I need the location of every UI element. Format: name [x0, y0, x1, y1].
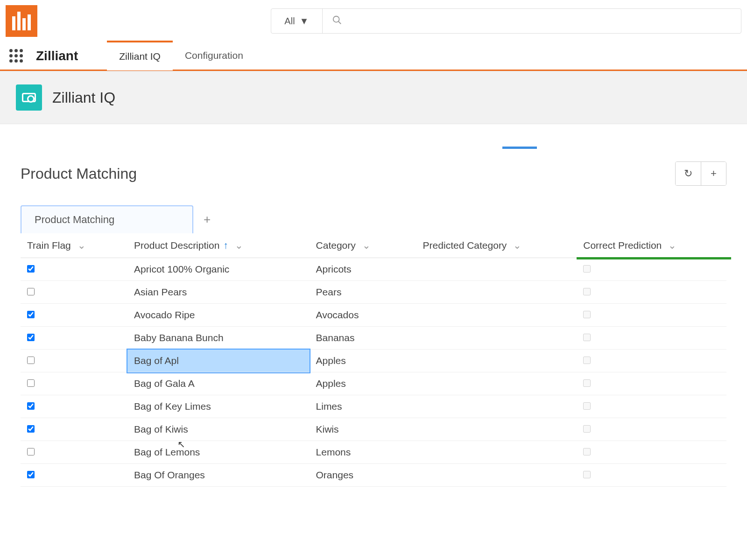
svg-point-0 [333, 16, 339, 22]
column-train_flag[interactable]: Train Flag⌄ [21, 233, 127, 258]
data-table: Train Flag⌄Product Description↑⌄Category… [21, 233, 726, 487]
refresh-button[interactable]: ↻ [676, 162, 701, 185]
subtab-label: Product Matching [35, 214, 114, 225]
predicted-category-cell[interactable] [416, 281, 577, 304]
table-row[interactable]: Bag of LemonsLemons [21, 441, 726, 464]
table-row[interactable]: Bag of Gala AApples [21, 372, 726, 395]
predicted-category-cell[interactable] [416, 304, 577, 327]
correct-prediction-checkbox[interactable] [583, 425, 591, 433]
train-flag-checkbox[interactable] [27, 334, 35, 341]
svg-line-1 [338, 21, 341, 24]
brand-label: Zilliant [36, 49, 78, 63]
global-search: All ▼ [271, 8, 741, 34]
search-scope-label: All [284, 16, 295, 27]
predicted-category-cell[interactable] [416, 418, 577, 441]
column-label: Category [316, 240, 356, 251]
train-flag-checkbox[interactable] [27, 379, 35, 387]
category-cell[interactable]: Apricots [310, 258, 416, 281]
predicted-category-cell[interactable] [416, 350, 577, 372]
app-launcher-icon[interactable] [9, 49, 23, 63]
predicted-category-cell[interactable] [416, 372, 577, 395]
page-title: Zilliant IQ [52, 89, 115, 106]
train-flag-checkbox[interactable] [27, 265, 35, 273]
product-description-cell[interactable]: Bag of Lemons [127, 441, 309, 464]
correct-prediction-checkbox[interactable] [583, 448, 591, 455]
sort-asc-icon: ↑ [223, 240, 228, 251]
table-row[interactable]: Asian PearsPears [21, 281, 726, 304]
column-label: Correct Prediction [583, 240, 662, 251]
table-row[interactable]: Avocado RipeAvocados [21, 304, 726, 327]
add-button[interactable]: + [701, 162, 726, 185]
product-description-cell[interactable]: Bag Of Oranges [127, 464, 309, 487]
category-cell[interactable]: Lemons [310, 441, 416, 464]
correct-prediction-checkbox[interactable] [583, 311, 591, 318]
product-description-cell[interactable]: Asian Pears [127, 281, 309, 304]
correct-prediction-checkbox[interactable] [583, 379, 591, 387]
category-cell[interactable]: Avocados [310, 304, 416, 327]
chevron-down-icon: ▼ [300, 16, 309, 27]
table-row[interactable]: Bag of AplApples [21, 350, 726, 372]
table-row[interactable]: Bag of Key LimesLimes [21, 395, 726, 418]
tab-configuration[interactable]: Configuration [173, 42, 255, 70]
correct-prediction-checkbox[interactable] [583, 357, 591, 364]
category-cell[interactable]: Apples [310, 350, 416, 372]
product-description-cell[interactable]: Baby Banana Bunch [127, 327, 309, 350]
search-icon [332, 15, 342, 27]
category-cell[interactable]: Bananas [310, 327, 416, 350]
tab-indicator [502, 147, 537, 149]
train-flag-checkbox[interactable] [27, 357, 35, 364]
module-icon [16, 84, 42, 111]
column-predicted[interactable]: Predicted Category⌄ [416, 233, 577, 258]
table-row[interactable]: Bag of KiwisKiwis [21, 418, 726, 441]
chevron-down-icon: ⌄ [668, 240, 677, 251]
section-title: Product Matching [21, 165, 137, 182]
add-subtab-button[interactable]: + [199, 212, 215, 227]
category-cell[interactable]: Limes [310, 395, 416, 418]
category-cell[interactable]: Pears [310, 281, 416, 304]
column-label: Predicted Category [423, 240, 507, 251]
train-flag-checkbox[interactable] [27, 288, 35, 295]
product-description-cell[interactable]: Bag of Apl [127, 350, 309, 372]
column-correct[interactable]: Correct Prediction⌄ [577, 233, 726, 258]
train-flag-checkbox[interactable] [27, 471, 35, 478]
train-flag-checkbox[interactable] [27, 425, 35, 433]
table-row[interactable]: Bag Of OrangesOranges [21, 464, 726, 487]
predicted-category-cell[interactable] [416, 395, 577, 418]
refresh-icon: ↻ [684, 168, 692, 180]
predicted-category-cell[interactable] [416, 441, 577, 464]
column-description[interactable]: Product Description↑⌄ [127, 233, 309, 258]
correct-prediction-checkbox[interactable] [583, 288, 591, 295]
product-description-cell[interactable]: Avocado Ripe [127, 304, 309, 327]
chevron-down-icon: ⌄ [78, 240, 86, 251]
logo[interactable] [6, 5, 37, 37]
search-input-wrapper[interactable] [323, 9, 741, 33]
tab-zilliant-iq[interactable]: Zilliant IQ [107, 41, 173, 70]
chevron-down-icon: ⌄ [513, 240, 521, 251]
search-scope-dropdown[interactable]: All ▼ [271, 9, 323, 33]
chevron-down-icon: ⌄ [235, 240, 243, 251]
correct-prediction-checkbox[interactable] [583, 471, 591, 478]
category-cell[interactable]: Kiwis [310, 418, 416, 441]
predicted-category-cell[interactable] [416, 464, 577, 487]
table-row[interactable]: Apricot 100% OrganicApricots [21, 258, 726, 281]
train-flag-checkbox[interactable] [27, 448, 35, 455]
subtab-product-matching[interactable]: Product Matching [21, 205, 193, 233]
correct-prediction-checkbox[interactable] [583, 334, 591, 341]
predicted-category-cell[interactable] [416, 327, 577, 350]
train-flag-checkbox[interactable] [27, 311, 35, 318]
correct-prediction-checkbox[interactable] [583, 402, 591, 410]
table-row[interactable]: Baby Banana BunchBananas [21, 327, 726, 350]
correct-prediction-checkbox[interactable] [583, 265, 591, 273]
product-description-cell[interactable]: Apricot 100% Organic [127, 258, 309, 281]
column-category[interactable]: Category⌄ [310, 233, 416, 258]
train-flag-checkbox[interactable] [27, 402, 35, 410]
category-cell[interactable]: Apples [310, 372, 416, 395]
product-description-cell[interactable]: Bag of Key Limes [127, 395, 309, 418]
column-label: Product Description [134, 240, 219, 251]
predicted-category-cell[interactable] [416, 258, 577, 281]
product-description-cell[interactable]: Bag of Kiwis [127, 418, 309, 441]
logo-bars-icon [12, 12, 31, 30]
product-description-cell[interactable]: Bag of Gala A [127, 372, 309, 395]
category-cell[interactable]: Oranges [310, 464, 416, 487]
chevron-down-icon: ⌄ [362, 240, 371, 251]
